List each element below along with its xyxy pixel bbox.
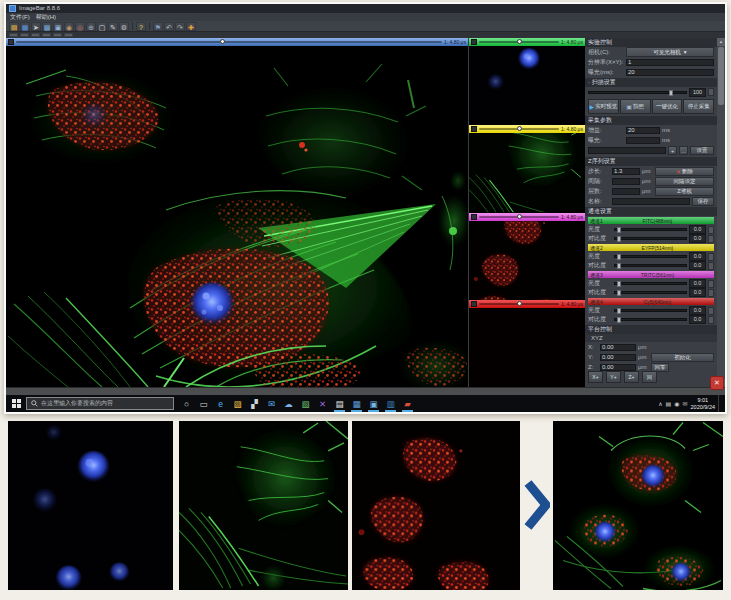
z-delete-button[interactable]: ✕删除 <box>655 167 714 176</box>
main-time-slider[interactable]: 1: 4.80 μs <box>6 38 468 46</box>
redo-icon[interactable]: ↷ <box>175 22 185 31</box>
channel-2-slider[interactable]: 1: 4.80 μs <box>469 125 585 133</box>
target-icon[interactable]: ◎ <box>75 22 85 31</box>
apply-button[interactable]: 设置 <box>690 146 714 155</box>
resolution-field[interactable] <box>626 59 714 66</box>
gain-field[interactable] <box>626 127 660 134</box>
tray-icon[interactable]: ✉ <box>683 400 688 407</box>
channel-color-bar[interactable]: 通道1FITC(488nm) <box>588 217 714 224</box>
channel-level-slider[interactable] <box>614 237 687 240</box>
taskbar-icon-cortana[interactable]: ○ <box>178 395 195 412</box>
taskbar-icon-onedrive[interactable]: ☁ <box>280 395 297 412</box>
channel-level-slider[interactable] <box>614 291 687 294</box>
scan-slider[interactable] <box>588 91 687 94</box>
channel-1-slider[interactable]: 1: 4.80 μs <box>469 38 585 46</box>
menu-file[interactable]: 文件(F) <box>10 13 30 21</box>
taskbar-clock[interactable]: 9:012020/9/24 <box>691 397 715 410</box>
stage-init-button[interactable]: 初始化 <box>651 353 714 362</box>
scrollbar-thumb[interactable] <box>718 47 724 105</box>
channel-level-spinner[interactable] <box>708 289 714 297</box>
z-save-button[interactable]: 保存 <box>692 197 714 206</box>
stage-y-field[interactable] <box>600 354 636 361</box>
channel-level-value[interactable]: 0.0 <box>689 234 706 243</box>
close-button[interactable]: ✕ <box>710 376 724 390</box>
z-range-button[interactable]: 间隔设定 <box>655 177 714 186</box>
stage-zplus-button[interactable]: Z+ <box>624 371 639 383</box>
settings-icon[interactable]: ⚙ <box>119 22 129 31</box>
channel-level-spinner[interactable] <box>708 235 714 243</box>
channel-toggle-icon[interactable] <box>471 126 477 132</box>
taskbar-icon-document-app[interactable]: ▤ <box>331 395 348 412</box>
snap-button[interactable]: ▣拍照 <box>620 99 651 114</box>
channel-level-value[interactable]: 0.0 <box>689 279 706 288</box>
thumb-actin-image[interactable] <box>469 133 585 212</box>
taskbar-icon-visual-studio[interactable]: ✕ <box>314 395 331 412</box>
measure-icon[interactable]: ⊕ <box>86 22 96 31</box>
scroll-up-icon[interactable]: ▲ <box>717 38 725 46</box>
channel-level-slider[interactable] <box>614 318 687 321</box>
open-folder-icon[interactable]: ▤ <box>9 22 19 31</box>
main-viewport[interactable]: 1: 4.80 μs <box>6 38 468 387</box>
stamp-icon[interactable]: ◉ <box>64 22 74 31</box>
menu-help[interactable]: 帮助(H) <box>36 13 56 21</box>
taskbar-icon-album-app[interactable]: ▦ <box>348 395 365 412</box>
pen-icon[interactable]: ✎ <box>108 22 118 31</box>
view-tab[interactable] <box>9 33 18 37</box>
taskbar-icon-mail[interactable]: ✉ <box>263 395 280 412</box>
live-preview-button[interactable]: ▶实时预览 <box>588 99 619 114</box>
tray-icon[interactable]: ◉ <box>674 400 679 407</box>
exposure2-field[interactable] <box>626 137 660 144</box>
channel-4-slider[interactable]: 1: 4.80 μs <box>469 300 585 308</box>
taskbar-icon-task-view[interactable]: ▭ <box>195 395 212 412</box>
panel-scrollbar[interactable]: ▲ ▼ <box>717 38 725 387</box>
thumb-cy5-image[interactable] <box>469 308 585 387</box>
channel-toggle-icon[interactable] <box>471 301 477 307</box>
thumb-channel-1[interactable]: 1: 4.80 μs <box>469 38 585 125</box>
thumb-channel-4[interactable]: 1: 4.80 μs <box>469 300 585 387</box>
view-tab[interactable] <box>42 33 51 37</box>
show-desktop-button[interactable] <box>718 395 722 412</box>
channel-level-spinner[interactable] <box>708 253 714 261</box>
channel-level-spinner[interactable] <box>708 280 714 288</box>
channel-color-bar[interactable]: 通道3TRITC(561nm) <box>588 271 714 278</box>
view-tab[interactable] <box>31 33 40 37</box>
thumb-channel-2[interactable]: 1: 4.80 μs <box>469 125 585 212</box>
add-preset-button[interactable]: + <box>668 146 677 155</box>
channel-color-bar[interactable]: 通道4Cy5(640nm) <box>588 298 714 305</box>
stage-xplus-button[interactable]: X+ <box>588 371 603 383</box>
taskbar-icon-gallery-app[interactable]: ▥ <box>382 395 399 412</box>
channel-toggle-icon[interactable] <box>471 39 477 45</box>
thumb-dapi-image[interactable] <box>469 46 585 125</box>
flag-icon[interactable]: ⚑ <box>153 22 163 31</box>
pointer-icon[interactable]: ➤ <box>31 22 41 31</box>
auto-optimize-button[interactable]: 一键优化 <box>652 99 683 114</box>
taskbar-icon-photos[interactable]: ▧ <box>297 395 314 412</box>
z-slices-field[interactable] <box>612 188 640 195</box>
tray-chevron-icon[interactable]: ∧ <box>658 400 662 407</box>
thumb-channel-3[interactable]: 1: 4.80 μs <box>469 213 585 300</box>
channel-level-slider[interactable] <box>614 309 687 312</box>
merged-image-main[interactable] <box>6 46 468 387</box>
tray-icon[interactable]: ▤ <box>666 400 672 407</box>
stage-z-field[interactable] <box>600 364 636 371</box>
thumb-mito-image[interactable] <box>469 221 585 300</box>
stage-x-field[interactable] <box>600 344 636 351</box>
channel-level-slider[interactable] <box>614 264 687 267</box>
channel-level-spinner[interactable] <box>708 316 714 324</box>
add-cross-icon[interactable]: ✚ <box>186 22 196 31</box>
z-range-field[interactable] <box>612 178 640 185</box>
channel-level-slider[interactable] <box>614 255 687 258</box>
select-region-icon[interactable]: ▢ <box>97 22 107 31</box>
stage-home-button[interactable]: 回 <box>642 371 657 383</box>
channel-3-slider[interactable]: 1: 4.80 μs <box>469 213 585 221</box>
help-icon[interactable]: ? <box>136 22 146 31</box>
z-name-field[interactable] <box>612 198 690 205</box>
channel-level-spinner[interactable] <box>708 262 714 270</box>
taskbar-icon-file-explorer[interactable]: ▨ <box>229 395 246 412</box>
z-step-field[interactable] <box>612 168 640 175</box>
play-icon[interactable] <box>8 39 14 45</box>
view-tab[interactable] <box>53 33 62 37</box>
channel-toggle-icon[interactable] <box>471 214 477 220</box>
view-tab[interactable] <box>64 33 73 37</box>
taskbar-icon-edge[interactable]: e <box>212 395 229 412</box>
